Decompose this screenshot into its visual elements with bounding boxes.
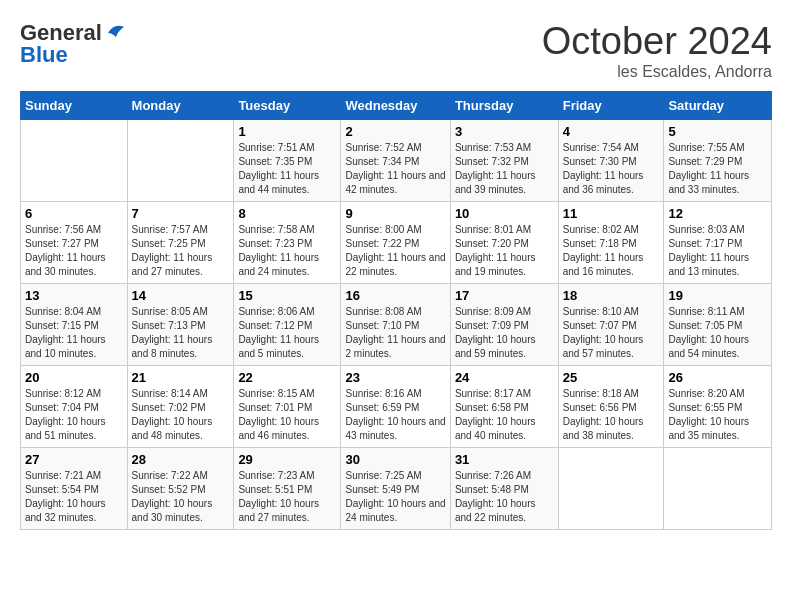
day-detail: Sunrise: 8:16 AM Sunset: 6:59 PM Dayligh…	[345, 387, 445, 443]
day-number: 27	[25, 452, 123, 467]
day-detail: Sunrise: 8:00 AM Sunset: 7:22 PM Dayligh…	[345, 223, 445, 279]
day-number: 11	[563, 206, 660, 221]
day-detail: Sunrise: 8:18 AM Sunset: 6:56 PM Dayligh…	[563, 387, 660, 443]
day-number: 3	[455, 124, 554, 139]
calendar-day-cell: 19Sunrise: 8:11 AM Sunset: 7:05 PM Dayli…	[664, 284, 772, 366]
day-detail: Sunrise: 8:17 AM Sunset: 6:58 PM Dayligh…	[455, 387, 554, 443]
calendar-day-cell: 30Sunrise: 7:25 AM Sunset: 5:49 PM Dayli…	[341, 448, 450, 530]
weekday-header-cell: Saturday	[664, 92, 772, 120]
calendar-day-cell: 13Sunrise: 8:04 AM Sunset: 7:15 PM Dayli…	[21, 284, 128, 366]
day-number: 6	[25, 206, 123, 221]
calendar-day-cell: 10Sunrise: 8:01 AM Sunset: 7:20 PM Dayli…	[450, 202, 558, 284]
calendar-day-cell: 20Sunrise: 8:12 AM Sunset: 7:04 PM Dayli…	[21, 366, 128, 448]
calendar-day-cell: 8Sunrise: 7:58 AM Sunset: 7:23 PM Daylig…	[234, 202, 341, 284]
day-detail: Sunrise: 8:08 AM Sunset: 7:10 PM Dayligh…	[345, 305, 445, 361]
weekday-header-row: SundayMondayTuesdayWednesdayThursdayFrid…	[21, 92, 772, 120]
calendar-day-cell: 14Sunrise: 8:05 AM Sunset: 7:13 PM Dayli…	[127, 284, 234, 366]
calendar-day-cell: 15Sunrise: 8:06 AM Sunset: 7:12 PM Dayli…	[234, 284, 341, 366]
day-detail: Sunrise: 7:52 AM Sunset: 7:34 PM Dayligh…	[345, 141, 445, 197]
calendar-day-cell: 1Sunrise: 7:51 AM Sunset: 7:35 PM Daylig…	[234, 120, 341, 202]
day-number: 15	[238, 288, 336, 303]
calendar-table: SundayMondayTuesdayWednesdayThursdayFrid…	[20, 91, 772, 530]
weekday-header-cell: Friday	[558, 92, 664, 120]
calendar-day-cell: 28Sunrise: 7:22 AM Sunset: 5:52 PM Dayli…	[127, 448, 234, 530]
day-number: 22	[238, 370, 336, 385]
calendar-day-cell	[558, 448, 664, 530]
logo: General Blue	[20, 20, 126, 68]
calendar-day-cell: 23Sunrise: 8:16 AM Sunset: 6:59 PM Dayli…	[341, 366, 450, 448]
calendar-header: SundayMondayTuesdayWednesdayThursdayFrid…	[21, 92, 772, 120]
day-number: 12	[668, 206, 767, 221]
day-detail: Sunrise: 8:15 AM Sunset: 7:01 PM Dayligh…	[238, 387, 336, 443]
calendar-day-cell: 25Sunrise: 8:18 AM Sunset: 6:56 PM Dayli…	[558, 366, 664, 448]
calendar-day-cell: 3Sunrise: 7:53 AM Sunset: 7:32 PM Daylig…	[450, 120, 558, 202]
calendar-location: les Escaldes, Andorra	[542, 63, 772, 81]
day-detail: Sunrise: 7:51 AM Sunset: 7:35 PM Dayligh…	[238, 141, 336, 197]
calendar-week-row: 20Sunrise: 8:12 AM Sunset: 7:04 PM Dayli…	[21, 366, 772, 448]
calendar-day-cell: 9Sunrise: 8:00 AM Sunset: 7:22 PM Daylig…	[341, 202, 450, 284]
day-number: 26	[668, 370, 767, 385]
calendar-week-row: 13Sunrise: 8:04 AM Sunset: 7:15 PM Dayli…	[21, 284, 772, 366]
calendar-day-cell: 29Sunrise: 7:23 AM Sunset: 5:51 PM Dayli…	[234, 448, 341, 530]
weekday-header-cell: Tuesday	[234, 92, 341, 120]
calendar-day-cell: 21Sunrise: 8:14 AM Sunset: 7:02 PM Dayli…	[127, 366, 234, 448]
day-number: 31	[455, 452, 554, 467]
day-detail: Sunrise: 7:53 AM Sunset: 7:32 PM Dayligh…	[455, 141, 554, 197]
day-number: 5	[668, 124, 767, 139]
day-number: 24	[455, 370, 554, 385]
day-number: 2	[345, 124, 445, 139]
calendar-day-cell: 24Sunrise: 8:17 AM Sunset: 6:58 PM Dayli…	[450, 366, 558, 448]
day-number: 4	[563, 124, 660, 139]
weekday-header-cell: Sunday	[21, 92, 128, 120]
calendar-week-row: 1Sunrise: 7:51 AM Sunset: 7:35 PM Daylig…	[21, 120, 772, 202]
day-number: 18	[563, 288, 660, 303]
calendar-day-cell	[127, 120, 234, 202]
page-header: General Blue October 2024 les Escaldes, …	[20, 20, 772, 81]
day-detail: Sunrise: 7:57 AM Sunset: 7:25 PM Dayligh…	[132, 223, 230, 279]
day-detail: Sunrise: 7:56 AM Sunset: 7:27 PM Dayligh…	[25, 223, 123, 279]
day-number: 30	[345, 452, 445, 467]
day-number: 13	[25, 288, 123, 303]
logo-blue-text: Blue	[20, 42, 68, 68]
day-detail: Sunrise: 8:12 AM Sunset: 7:04 PM Dayligh…	[25, 387, 123, 443]
day-detail: Sunrise: 7:23 AM Sunset: 5:51 PM Dayligh…	[238, 469, 336, 525]
calendar-title-area: October 2024 les Escaldes, Andorra	[542, 20, 772, 81]
calendar-day-cell: 26Sunrise: 8:20 AM Sunset: 6:55 PM Dayli…	[664, 366, 772, 448]
calendar-day-cell: 6Sunrise: 7:56 AM Sunset: 7:27 PM Daylig…	[21, 202, 128, 284]
calendar-day-cell: 17Sunrise: 8:09 AM Sunset: 7:09 PM Dayli…	[450, 284, 558, 366]
day-detail: Sunrise: 8:01 AM Sunset: 7:20 PM Dayligh…	[455, 223, 554, 279]
day-number: 7	[132, 206, 230, 221]
day-number: 28	[132, 452, 230, 467]
day-detail: Sunrise: 7:58 AM Sunset: 7:23 PM Dayligh…	[238, 223, 336, 279]
weekday-header-cell: Monday	[127, 92, 234, 120]
calendar-week-row: 27Sunrise: 7:21 AM Sunset: 5:54 PM Dayli…	[21, 448, 772, 530]
day-detail: Sunrise: 8:04 AM Sunset: 7:15 PM Dayligh…	[25, 305, 123, 361]
day-number: 20	[25, 370, 123, 385]
day-number: 29	[238, 452, 336, 467]
logo-bird-icon	[104, 23, 126, 43]
day-number: 8	[238, 206, 336, 221]
calendar-day-cell: 4Sunrise: 7:54 AM Sunset: 7:30 PM Daylig…	[558, 120, 664, 202]
calendar-day-cell: 12Sunrise: 8:03 AM Sunset: 7:17 PM Dayli…	[664, 202, 772, 284]
day-detail: Sunrise: 8:03 AM Sunset: 7:17 PM Dayligh…	[668, 223, 767, 279]
day-detail: Sunrise: 7:55 AM Sunset: 7:29 PM Dayligh…	[668, 141, 767, 197]
calendar-day-cell: 16Sunrise: 8:08 AM Sunset: 7:10 PM Dayli…	[341, 284, 450, 366]
day-detail: Sunrise: 8:06 AM Sunset: 7:12 PM Dayligh…	[238, 305, 336, 361]
day-detail: Sunrise: 8:09 AM Sunset: 7:09 PM Dayligh…	[455, 305, 554, 361]
day-detail: Sunrise: 7:54 AM Sunset: 7:30 PM Dayligh…	[563, 141, 660, 197]
calendar-day-cell: 22Sunrise: 8:15 AM Sunset: 7:01 PM Dayli…	[234, 366, 341, 448]
day-number: 10	[455, 206, 554, 221]
calendar-week-row: 6Sunrise: 7:56 AM Sunset: 7:27 PM Daylig…	[21, 202, 772, 284]
day-number: 23	[345, 370, 445, 385]
day-detail: Sunrise: 7:21 AM Sunset: 5:54 PM Dayligh…	[25, 469, 123, 525]
day-detail: Sunrise: 7:25 AM Sunset: 5:49 PM Dayligh…	[345, 469, 445, 525]
day-number: 21	[132, 370, 230, 385]
calendar-day-cell: 2Sunrise: 7:52 AM Sunset: 7:34 PM Daylig…	[341, 120, 450, 202]
day-number: 1	[238, 124, 336, 139]
calendar-day-cell: 11Sunrise: 8:02 AM Sunset: 7:18 PM Dayli…	[558, 202, 664, 284]
calendar-day-cell: 31Sunrise: 7:26 AM Sunset: 5:48 PM Dayli…	[450, 448, 558, 530]
day-number: 25	[563, 370, 660, 385]
day-number: 17	[455, 288, 554, 303]
calendar-day-cell	[664, 448, 772, 530]
day-number: 16	[345, 288, 445, 303]
